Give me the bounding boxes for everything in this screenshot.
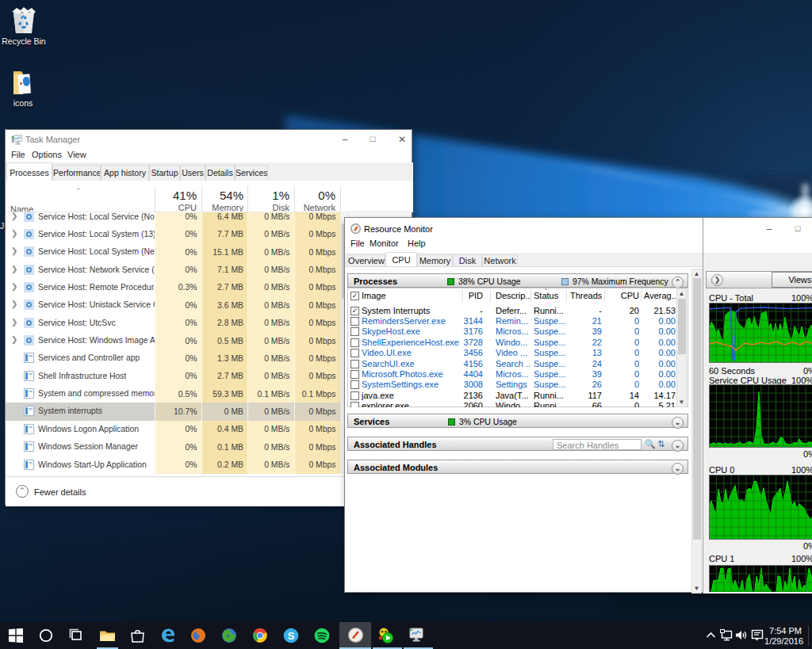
svg-text:S: S xyxy=(288,630,295,642)
